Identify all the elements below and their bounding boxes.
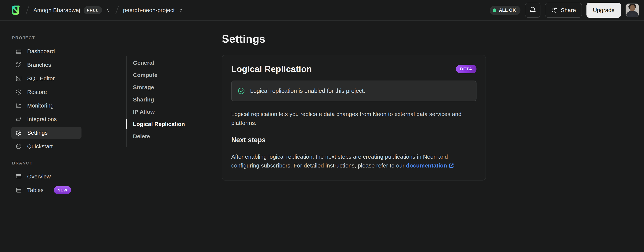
plan-badge: FREE — [84, 6, 102, 14]
sidebar-item-overview[interactable]: Overview — [11, 170, 82, 182]
branch-nav: Overview Tables NEW — [11, 170, 82, 196]
topbar: Amogh Bharadwaj FREE peerdb-neon-project… — [0, 0, 644, 21]
chevrons-up-down-icon — [178, 7, 184, 13]
page-title: Settings — [222, 32, 486, 45]
breadcrumb-org-selector[interactable]: Amogh Bharadwaj FREE — [34, 6, 111, 14]
settings-tab-storage[interactable]: Storage — [127, 81, 222, 93]
history-icon — [16, 89, 22, 95]
check-circle-icon — [16, 143, 22, 150]
settings-subnav: General Compute Storage Sharing IP Allow… — [126, 56, 222, 252]
settings-tab-sharing[interactable]: Sharing — [127, 93, 222, 106]
documentation-link-label: documentation — [406, 161, 447, 170]
intro-text: Logical replication lets you replicate d… — [231, 110, 471, 127]
breadcrumb-project-selector[interactable]: peerdb-neon-project — [123, 7, 184, 14]
sidebar-item-sql-editor[interactable]: SQL Editor — [11, 72, 82, 84]
settings-content: Settings Logical Replication BETA Logica… — [222, 21, 486, 252]
upgrade-button[interactable]: Upgrade — [586, 3, 621, 18]
sidebar-item-monitoring[interactable]: Monitoring — [11, 100, 82, 112]
sidebar-item-label: Restore — [27, 89, 47, 95]
topbar-actions: ALL OK Share Upgrade — [490, 3, 639, 18]
overview-icon — [16, 173, 22, 180]
settings-tab-compute[interactable]: Compute — [127, 69, 222, 81]
users-icon — [551, 7, 558, 14]
share-label: Share — [561, 7, 576, 14]
settings-tab-ip-allow[interactable]: IP Allow — [127, 106, 222, 118]
neon-logo-icon[interactable] — [11, 5, 22, 15]
bell-icon — [529, 6, 536, 14]
avatar[interactable] — [626, 4, 639, 17]
sidebar-section-branch: BRANCH — [12, 161, 82, 166]
gear-icon — [16, 130, 22, 136]
external-link-icon — [448, 163, 454, 168]
status-dot-icon — [493, 8, 496, 12]
sidebar-item-label: Integrations — [27, 116, 57, 122]
sidebar-item-label: Branches — [27, 62, 51, 68]
check-circle-icon — [237, 87, 245, 95]
sidebar-item-tables[interactable]: Tables NEW — [11, 184, 82, 196]
documentation-link[interactable]: documentation — [406, 161, 454, 170]
git-branch-icon — [16, 62, 22, 68]
main-content: General Compute Storage Sharing IP Allow… — [86, 21, 644, 252]
upgrade-label: Upgrade — [593, 7, 614, 14]
card-title: Logical Replication — [231, 64, 312, 74]
beta-badge: BETA — [456, 65, 476, 73]
next-steps-text: After enabling logical replication, the … — [231, 152, 471, 170]
alert-text: Logical replication is enabled for this … — [250, 88, 365, 94]
settings-tab-general[interactable]: General — [127, 56, 222, 69]
chart-icon — [16, 102, 22, 109]
settings-tab-delete[interactable]: Delete — [127, 130, 222, 142]
sidebar-item-label: Overview — [27, 173, 51, 180]
sidebar-item-quickstart[interactable]: Quickstart — [11, 140, 82, 152]
sidebar-item-label: Quickstart — [27, 143, 53, 150]
status-pill[interactable]: ALL OK — [490, 6, 520, 15]
breadcrumb-separator — [115, 6, 119, 14]
share-button[interactable]: Share — [545, 3, 582, 18]
org-name: Amogh Bharadwaj — [34, 7, 80, 14]
sidebar-item-label: Tables — [27, 187, 44, 193]
dashboard-icon — [16, 48, 22, 54]
sql-terminal-icon — [16, 75, 22, 82]
chevrons-up-down-icon — [106, 7, 111, 13]
integrations-icon — [16, 116, 22, 122]
sidebar-item-label: Settings — [27, 130, 48, 136]
sidebar-item-label: Dashboard — [27, 48, 55, 54]
sidebar-item-restore[interactable]: Restore — [11, 86, 82, 98]
table-icon — [16, 187, 22, 193]
project-name: peerdb-neon-project — [123, 7, 175, 14]
project-nav: Dashboard Branches SQL Editor Restore — [11, 45, 82, 152]
sidebar-item-label: SQL Editor — [27, 75, 55, 82]
settings-tab-logical-replication[interactable]: Logical Replication — [127, 118, 222, 130]
sidebar-item-integrations[interactable]: Integrations — [11, 113, 82, 125]
next-steps-heading: Next steps — [231, 136, 476, 144]
notifications-button[interactable] — [525, 3, 540, 18]
status-label: ALL OK — [499, 8, 516, 13]
logical-replication-card: Logical Replication BETA Logical replica… — [222, 55, 486, 180]
sidebar-item-label: Monitoring — [27, 102, 54, 109]
sidebar-section-project: PROJECT — [12, 36, 82, 40]
new-badge: NEW — [54, 186, 71, 194]
sidebar-item-settings[interactable]: Settings — [11, 127, 82, 139]
sidebar-item-dashboard[interactable]: Dashboard — [11, 45, 82, 57]
breadcrumb-separator — [26, 6, 29, 14]
sidebar-item-branches[interactable]: Branches — [11, 59, 82, 71]
success-alert: Logical replication is enabled for this … — [231, 80, 476, 101]
sidebar: PROJECT Dashboard Branches SQL Editor — [0, 21, 86, 252]
